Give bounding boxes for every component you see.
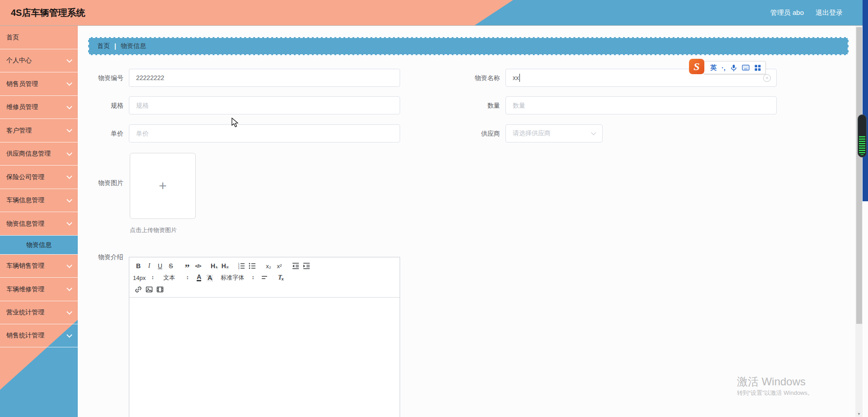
bold-icon[interactable]: B: [133, 261, 144, 271]
breadcrumb-home-link[interactable]: 首页: [97, 42, 110, 50]
ime-tools-grid-icon[interactable]: [755, 65, 761, 71]
italic-icon[interactable]: I: [144, 261, 155, 271]
clean-format-x: x: [282, 277, 284, 281]
font-size-value: 14px: [133, 275, 146, 281]
text-caret: [519, 74, 520, 82]
chevron-down-icon: [66, 80, 72, 86]
sogou-ime-logo[interactable]: S: [689, 59, 704, 74]
breadcrumb-separator: |: [114, 43, 116, 50]
underline-icon[interactable]: U: [155, 261, 165, 271]
virtual-keyboard-icon[interactable]: [742, 65, 750, 71]
sidebar-item-label: 车辆维修管理: [6, 285, 44, 294]
heading1-icon[interactable]: H₁: [209, 261, 220, 271]
strikethrough-icon[interactable]: S: [165, 261, 176, 271]
supplier-select-placeholder: 请选择供应商: [513, 129, 551, 137]
chevron-down-icon: [66, 57, 72, 63]
material-image-label: 物资图片: [78, 174, 123, 192]
subscript-icon[interactable]: x₂: [263, 261, 274, 271]
toolbar-row-1: B I U S ” </> H₁ H₂ 123 x₂ x²: [133, 260, 396, 272]
heading2-icon[interactable]: H₂: [220, 261, 231, 271]
sidebar-item-personal-center[interactable]: 个人中心: [0, 49, 78, 72]
microphone-icon[interactable]: [731, 64, 737, 71]
scrollbar-thumb[interactable]: [856, 27, 862, 324]
sidebar-item-insurance-mgmt[interactable]: 保险公司管理: [0, 165, 78, 189]
sogou-ime-toolbar: 英 ·,: [703, 61, 766, 74]
outdent-icon[interactable]: [290, 261, 301, 271]
chevron-down-icon: [66, 150, 72, 156]
logout-button[interactable]: 退出登录: [816, 9, 843, 17]
admin-user-label[interactable]: 管理员 abo: [770, 9, 804, 17]
vertical-scrollbar[interactable]: ▼: [855, 26, 863, 417]
ordered-list-icon[interactable]: 123: [236, 261, 247, 271]
toolbar-row-3: [133, 284, 396, 295]
image-icon[interactable]: [144, 284, 155, 295]
sidebar-item-customer-mgmt[interactable]: 客户管理: [0, 118, 78, 142]
superscript-icon[interactable]: x²: [274, 261, 285, 271]
browser-extension-strip: [863, 0, 868, 201]
link-icon[interactable]: [133, 284, 144, 295]
windows-activation-subtitle: 转到“设置”以激活 Windows。: [737, 389, 813, 397]
ime-punctuation-button[interactable]: ·,: [722, 64, 726, 71]
bullet-list-icon[interactable]: [247, 261, 258, 271]
paragraph-style-value: 文本: [163, 274, 175, 282]
sidebar-item-label: 供应商信息管理: [6, 150, 51, 158]
sidebar-item-material-info-mgmt[interactable]: 物资信息管理: [0, 212, 78, 235]
supplier-select[interactable]: 请选择供应商: [505, 124, 603, 142]
indent-icon[interactable]: [301, 261, 312, 271]
sidebar-item-business-stats-mgmt[interactable]: 营业统计管理: [0, 301, 78, 324]
main-content: 首页 | 物资信息 物资编号 物资名称 × 规格 数量 单价 供应商 请选择供应…: [78, 25, 868, 417]
sidebar-item-label: 销售统计管理: [6, 332, 44, 340]
clean-format-icon[interactable]: Tx: [275, 272, 286, 283]
chevron-down-icon: [66, 104, 72, 109]
sidebar-item-label: 维修员管理: [6, 103, 38, 111]
spec-input[interactable]: [129, 96, 400, 114]
extension-handle-stripes: [859, 136, 865, 155]
blockquote-icon[interactable]: ”: [182, 259, 193, 273]
extension-handle[interactable]: [858, 114, 867, 157]
sidebar-item-vehicle-sales-mgmt[interactable]: 车辆销售管理: [0, 254, 78, 277]
header: 4S店车辆管理系统 管理员 abo 退出登录: [0, 0, 868, 26]
sidebar-item-label: 销售员管理: [6, 80, 38, 88]
material-name-label: 物资名称: [448, 69, 500, 87]
admin-name: abo: [793, 9, 804, 16]
video-icon[interactable]: [155, 284, 165, 295]
material-no-label: 物资编号: [78, 69, 123, 87]
sidebar-item-vehicle-repair-mgmt[interactable]: 车辆维修管理: [0, 277, 78, 301]
clear-input-icon[interactable]: ×: [763, 74, 771, 82]
sidebar-subitem-material-info-active[interactable]: 物资信息: [0, 235, 78, 254]
background-color-icon[interactable]: A: [204, 272, 215, 283]
scrollbar-down-arrow[interactable]: ▼: [856, 412, 862, 416]
align-icon[interactable]: [259, 272, 270, 283]
sidebar-item-supplier-info-mgmt[interactable]: 供应商信息管理: [0, 142, 78, 165]
chevron-down-icon: [66, 197, 72, 203]
sidebar: 首页 个人中心 销售员管理 维修员管理 客户管理 供应商信息管理 保险公司管理 …: [0, 25, 78, 417]
sidebar-item-sales-stats-mgmt[interactable]: 销售统计管理: [0, 324, 78, 347]
quantity-label: 数量: [448, 96, 500, 114]
upload-hint-text: 点击上传物资图片: [130, 226, 177, 234]
material-no-input[interactable]: [129, 69, 400, 87]
unit-price-label: 单价: [78, 124, 123, 142]
paragraph-style-select[interactable]: 文本 ▴▾: [163, 272, 188, 283]
sidebar-item-label: 车辆信息管理: [6, 196, 44, 204]
sidebar-item-label: 首页: [6, 33, 19, 42]
font-size-select[interactable]: 14px ▴▾: [133, 272, 153, 283]
sidebar-item-home[interactable]: 首页: [0, 25, 78, 49]
quantity-input[interactable]: [505, 96, 777, 114]
image-upload-dropzone[interactable]: +: [130, 153, 196, 219]
unit-price-input[interactable]: [129, 124, 400, 142]
stepper-icon: ▴▾: [187, 275, 188, 280]
sidebar-item-salesperson-mgmt[interactable]: 销售员管理: [0, 72, 78, 95]
editor-content-area[interactable]: [129, 298, 400, 417]
app-window: 4S店车辆管理系统 管理员 abo 退出登录 首页 个人中心 销售员管理 维修员…: [0, 0, 868, 417]
code-block-icon[interactable]: </>: [193, 261, 203, 271]
sidebar-item-label: 保险公司管理: [6, 173, 44, 181]
chevron-down-icon: [591, 130, 596, 135]
sidebar-item-repairman-mgmt[interactable]: 维修员管理: [0, 95, 78, 118]
chevron-down-icon: [66, 285, 72, 291]
ime-language-mode-button[interactable]: 英: [710, 64, 717, 72]
chevron-down-icon: [66, 220, 72, 226]
sidebar-item-vehicle-info-mgmt[interactable]: 车辆信息管理: [0, 189, 78, 212]
font-family-select[interactable]: 标准字体 ▴▾: [221, 272, 254, 283]
text-color-icon[interactable]: A: [193, 272, 204, 283]
header-right: 管理员 abo 退出登录: [770, 0, 843, 25]
